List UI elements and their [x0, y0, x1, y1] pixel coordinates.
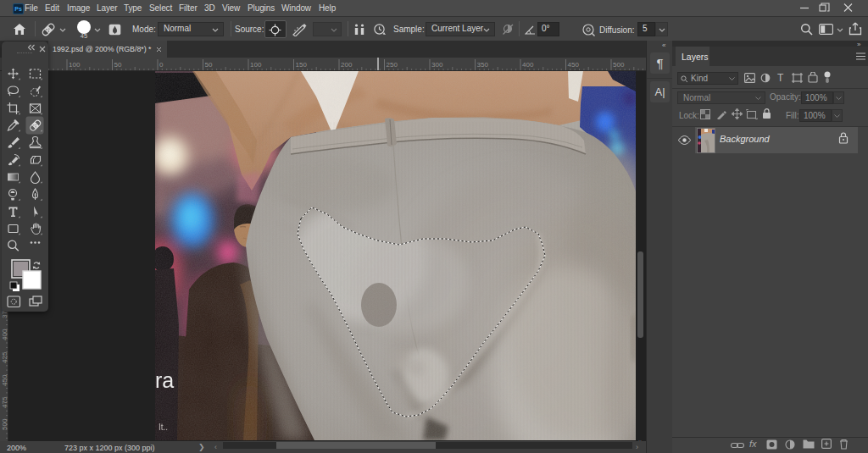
- svg-text:250: 250: [387, 61, 398, 69]
- svg-text:150: 150: [296, 61, 308, 69]
- svg-text:450: 450: [568, 61, 580, 69]
- svg-text:200: 200: [341, 61, 353, 69]
- svg-text:500: 500: [613, 61, 625, 69]
- svg-text:350: 350: [477, 61, 489, 69]
- svg-text:450: 450: [1, 374, 8, 386]
- svg-text:0: 0: [159, 61, 164, 69]
- svg-text:400: 400: [522, 61, 534, 69]
- svg-text:425: 425: [1, 351, 8, 363]
- svg-text:300: 300: [431, 61, 443, 69]
- svg-text:50: 50: [114, 61, 122, 69]
- svg-text:100: 100: [69, 61, 81, 69]
- svg-text:50: 50: [205, 61, 213, 69]
- svg-text:400: 400: [1, 329, 8, 340]
- svg-text:500: 500: [1, 418, 8, 430]
- svg-text:475: 475: [1, 396, 8, 408]
- svg-text:100: 100: [250, 61, 262, 69]
